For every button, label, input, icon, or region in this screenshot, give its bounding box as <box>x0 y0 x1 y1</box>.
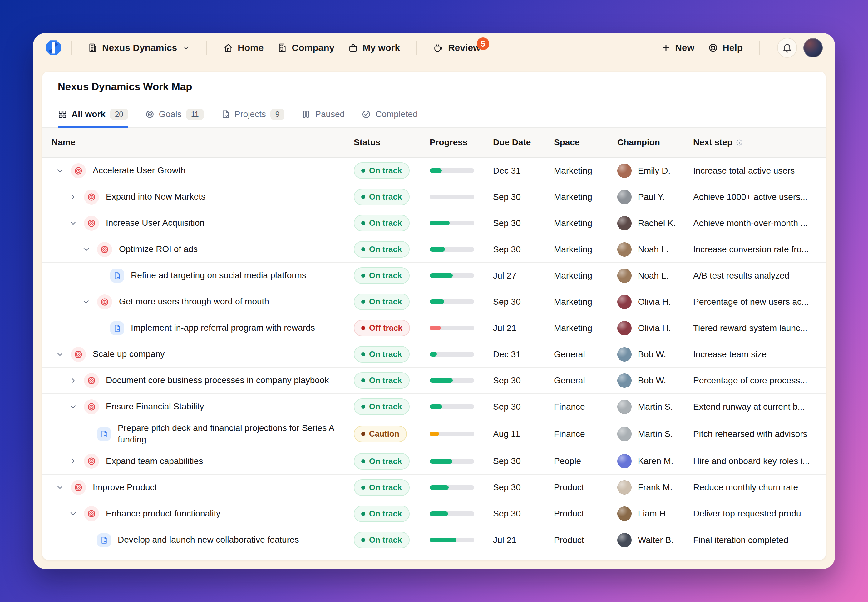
space-name[interactable]: People <box>554 456 617 466</box>
table-row[interactable]: Optimize ROI of adsOn trackSep 30Marketi… <box>42 236 826 263</box>
nav-home[interactable]: Home <box>216 43 270 53</box>
work-item-name[interactable]: Accelerate User Growth <box>93 165 186 177</box>
chevron-right-icon[interactable] <box>68 375 78 386</box>
work-item-name[interactable]: Expand into New Markets <box>106 191 205 203</box>
table-row[interactable]: Implement in-app referral program with r… <box>42 315 826 341</box>
space-name[interactable]: Product <box>554 535 617 545</box>
chevron-down-icon[interactable] <box>68 508 78 519</box>
work-item-name[interactable]: Refine ad targeting on social media plat… <box>131 270 306 281</box>
space-name[interactable]: Product <box>554 508 617 519</box>
table-row[interactable]: Ensure Financial StabilityOn trackSep 30… <box>42 394 826 420</box>
status-badge[interactable]: Caution <box>354 425 407 442</box>
status-badge[interactable]: On track <box>354 505 409 522</box>
status-badge[interactable]: On track <box>354 293 409 310</box>
tab-all-work[interactable]: All work 20 <box>58 101 128 127</box>
work-item-name[interactable]: Get more users through word of mouth <box>119 296 269 307</box>
chevron-down-icon[interactable] <box>55 349 65 360</box>
nav-my-work[interactable]: My work <box>341 43 407 53</box>
avatar[interactable] <box>617 295 632 309</box>
space-name[interactable]: Marketing <box>554 166 617 176</box>
space-name[interactable]: Marketing <box>554 192 617 202</box>
table-row[interactable]: Enhance product functionalityOn trackSep… <box>42 501 826 527</box>
space-name[interactable]: General <box>554 376 617 385</box>
table-row[interactable]: Expand into New MarketsOn trackSep 30Mar… <box>42 184 826 210</box>
status-badge[interactable]: On track <box>354 532 409 548</box>
space-name[interactable]: Marketing <box>554 323 617 333</box>
table-row[interactable]: Develop and launch new collaborative fea… <box>42 527 826 553</box>
avatar[interactable] <box>617 347 632 362</box>
status-badge[interactable]: On track <box>354 267 409 284</box>
table-row[interactable]: Expand team capabilitiesOn trackSep 30Pe… <box>42 448 826 475</box>
work-item-name[interactable]: Develop and launch new collaborative fea… <box>118 534 299 546</box>
chevron-right-icon[interactable] <box>68 456 78 467</box>
table-row[interactable]: Improve ProductOn trackSep 30ProductFran… <box>42 475 826 501</box>
status-badge[interactable]: On track <box>354 479 409 496</box>
space-name[interactable]: General <box>554 349 617 359</box>
info-icon[interactable] <box>736 139 743 146</box>
status-badge[interactable]: On track <box>354 453 409 470</box>
work-item-name[interactable]: Expand team capabilities <box>106 456 203 467</box>
avatar[interactable] <box>617 427 632 441</box>
work-item-name[interactable]: Increase User Acquisition <box>106 217 204 229</box>
avatar[interactable] <box>617 400 632 414</box>
work-item-name[interactable]: Ensure Financial Stability <box>106 401 204 413</box>
status-badge[interactable]: On track <box>354 215 409 231</box>
table-row[interactable]: Accelerate User GrowthOn trackDec 31Mark… <box>42 158 826 184</box>
avatar[interactable] <box>617 507 632 521</box>
avatar[interactable] <box>617 269 632 283</box>
workspace-switcher[interactable]: Nexus Dynamics <box>81 43 197 53</box>
table-row[interactable]: Increase User AcquisitionOn trackSep 30M… <box>42 210 826 236</box>
work-item-name[interactable]: Document core business processes in comp… <box>106 375 329 386</box>
avatar[interactable] <box>617 373 632 388</box>
table-row[interactable]: Document core business processes in comp… <box>42 367 826 394</box>
space-name[interactable]: Finance <box>554 402 617 412</box>
table-row[interactable]: Refine ad targeting on social media plat… <box>42 263 826 289</box>
space-name[interactable]: Finance <box>554 429 617 439</box>
avatar[interactable] <box>617 454 632 468</box>
tab-goals[interactable]: Goals 11 <box>145 101 204 127</box>
chevron-down-icon[interactable] <box>55 482 65 493</box>
avatar[interactable] <box>617 533 632 547</box>
nav-company[interactable]: Company <box>270 43 341 53</box>
app-logo[interactable] <box>45 40 61 56</box>
nav-review[interactable]: Review 5 <box>426 43 487 53</box>
avatar[interactable] <box>617 321 632 335</box>
chevron-down-icon[interactable] <box>55 166 65 176</box>
space-name[interactable]: Marketing <box>554 218 617 228</box>
user-avatar[interactable] <box>804 38 823 57</box>
avatar[interactable] <box>617 164 632 178</box>
table-row[interactable]: Prepare pitch deck and financial project… <box>42 420 826 448</box>
space-name[interactable]: Product <box>554 482 617 492</box>
status-badge[interactable]: Off track <box>354 320 410 336</box>
chevron-down-icon[interactable] <box>81 244 92 255</box>
space-name[interactable]: Marketing <box>554 271 617 281</box>
tab-paused[interactable]: Paused <box>301 101 345 127</box>
avatar[interactable] <box>617 216 632 230</box>
chevron-down-icon[interactable] <box>81 296 92 307</box>
chevron-down-icon[interactable] <box>68 218 78 229</box>
notifications-button[interactable] <box>777 38 797 58</box>
tab-projects[interactable]: Projects 9 <box>221 101 285 127</box>
status-badge[interactable]: On track <box>354 398 409 415</box>
space-name[interactable]: Marketing <box>554 244 617 255</box>
work-item-name[interactable]: Implement in-app referral program with r… <box>131 322 315 334</box>
status-badge[interactable]: On track <box>354 241 409 258</box>
work-item-name[interactable]: Enhance product functionality <box>106 508 221 519</box>
status-badge[interactable]: On track <box>354 372 409 389</box>
work-item-name[interactable]: Optimize ROI of ads <box>119 244 198 255</box>
space-name[interactable]: Marketing <box>554 297 617 307</box>
work-item-name[interactable]: Improve Product <box>93 482 157 493</box>
new-button[interactable]: New <box>655 43 701 53</box>
status-badge[interactable]: On track <box>354 189 409 205</box>
chevron-down-icon[interactable] <box>68 402 78 412</box>
avatar[interactable] <box>617 190 632 204</box>
tab-completed[interactable]: Completed <box>362 101 417 127</box>
help-button[interactable]: Help <box>701 43 750 53</box>
avatar[interactable] <box>617 480 632 494</box>
work-item-name[interactable]: Prepare pitch deck and financial project… <box>118 422 348 445</box>
chevron-right-icon[interactable] <box>68 192 78 202</box>
status-badge[interactable]: On track <box>354 346 409 362</box>
work-item-name[interactable]: Scale up company <box>93 349 164 360</box>
table-row[interactable]: Scale up companyOn trackDec 31GeneralBob… <box>42 341 826 367</box>
status-badge[interactable]: On track <box>354 162 409 179</box>
